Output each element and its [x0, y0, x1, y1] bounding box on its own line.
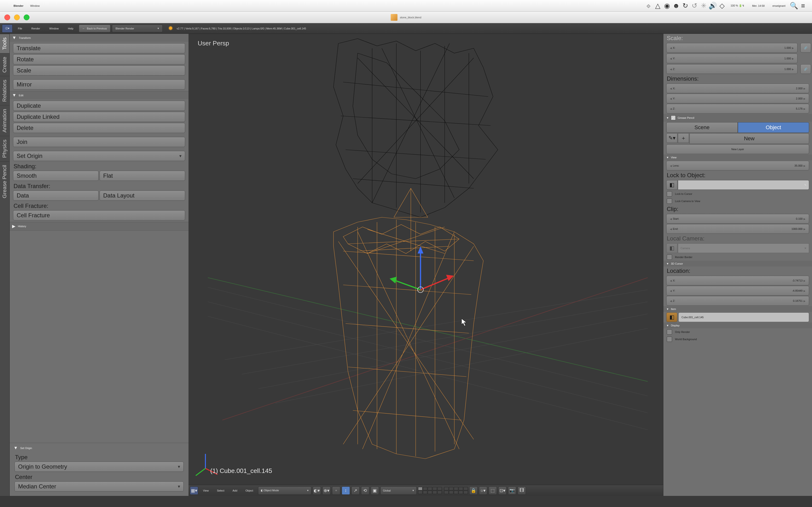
tab-tools[interactable]: Tools — [0, 34, 9, 53]
gp-new-button[interactable]: New — [690, 133, 809, 144]
menu-help[interactable]: Help — [64, 27, 77, 30]
dim-y-field[interactable]: ◂Y:2.000▸ — [666, 94, 809, 103]
data-button[interactable]: Data — [13, 190, 99, 201]
dim-z-field[interactable]: ◂Z:5.176▸ — [666, 104, 809, 113]
gp-scene-tab[interactable]: Scene — [666, 122, 738, 133]
gp-datablock-icon[interactable]: ✎▾ — [666, 133, 677, 143]
layers-widget[interactable] — [418, 487, 468, 494]
editor-type-3dview-icon[interactable]: ▦▾ — [190, 487, 198, 495]
lock-layers-icon[interactable]: 🔒 — [469, 487, 477, 495]
lock-camera-to-view-check[interactable]: Lock Camera to View — [663, 198, 812, 205]
snap-toggle-icon[interactable]: ⬚ — [489, 487, 497, 495]
mode-select[interactable]: ◧ Object Mode▾ — [258, 487, 311, 495]
user-name[interactable]: enseignant — [772, 4, 785, 7]
eyedropper-icon[interactable]: ✎ — [804, 183, 806, 187]
opengl-anim-icon[interactable]: 🎞 — [518, 487, 526, 495]
vh-add-menu[interactable]: Add — [229, 489, 241, 492]
minimize-window-button[interactable] — [14, 14, 20, 20]
menu-file[interactable]: File — [14, 27, 26, 30]
scale-x-field[interactable]: ◂X:1.000▸ — [666, 43, 798, 53]
sync-icon[interactable]: ↻ — [681, 2, 690, 10]
world-background-check[interactable]: World Background — [663, 336, 812, 343]
gp-object-tab[interactable]: Object — [738, 122, 809, 133]
translate-button[interactable]: Translate — [13, 43, 185, 53]
panel-edit-header[interactable]: ▼Edit — [10, 91, 189, 99]
item-name-field[interactable]: Cube.001_cell.145 — [678, 313, 809, 322]
grease-pencil-header[interactable]: ▼✓Grease Pencil — [663, 114, 812, 122]
gdrive-icon[interactable]: △ — [653, 2, 662, 10]
menu-render[interactable]: Render — [28, 27, 44, 30]
cursor-x-field[interactable]: ◂X:-3.74713▸ — [666, 276, 809, 285]
cursor-y-field[interactable]: ◂Y:-4.85449▸ — [666, 286, 809, 295]
op-center-select[interactable]: Median Center — [14, 482, 184, 492]
opengl-render-icon[interactable]: 📷 — [508, 487, 516, 495]
volume-icon[interactable]: 🔊 — [708, 2, 717, 10]
data-layout-button[interactable]: Data Layout — [100, 190, 185, 201]
pivot-point-icon[interactable]: ⊕▾ — [322, 487, 331, 495]
delete-button[interactable]: Delete — [13, 123, 185, 133]
manipulator-rotate-icon[interactable]: ⟲ — [361, 487, 369, 495]
app-icon[interactable]: ☻ — [672, 2, 681, 10]
mirror-button[interactable]: Mirror — [13, 79, 185, 90]
scale-z-field[interactable]: ◂Z:1.000▸ — [666, 64, 798, 74]
clear-icon[interactable]: ✕ — [804, 247, 806, 250]
shade-smooth-button[interactable]: Smooth — [13, 171, 99, 181]
pivot-align-icon[interactable]: ◦ — [332, 487, 340, 495]
only-render-check[interactable]: Only Render — [663, 328, 812, 336]
battery-status[interactable]: 100 % 🔋↯ — [730, 4, 744, 7]
viewport-shading-icon[interactable]: ◐▾ — [313, 487, 321, 495]
menubar-window[interactable]: Window — [30, 4, 40, 7]
vh-view-menu[interactable]: View — [200, 489, 212, 492]
operator-header[interactable]: ▼Set Origin — [10, 444, 189, 452]
scale-lock-icon-2[interactable]: 🔗 — [800, 64, 811, 74]
manipulator-toggle-icon[interactable]: ↕ — [342, 487, 350, 495]
vh-object-menu[interactable]: Object — [242, 489, 257, 492]
set-origin-dropdown[interactable]: Set Origin — [13, 151, 185, 161]
proportional-edit-icon[interactable]: ○▾ — [479, 487, 487, 495]
close-window-button[interactable] — [4, 14, 10, 20]
menu-window[interactable]: Window — [45, 27, 63, 30]
lock-object-field[interactable]: ✎ — [678, 180, 809, 190]
manipulator-translate-icon[interactable]: ↗ — [351, 487, 360, 495]
clip-start-field[interactable]: ◂Start:0.100▸ — [666, 214, 809, 224]
back-to-previous-button[interactable]: ← Back to Previous — [79, 24, 111, 32]
spotlight-icon[interactable]: 🔍 — [789, 2, 799, 10]
bluetooth-icon[interactable]: ✳ — [699, 2, 708, 10]
tab-animation[interactable]: Animation — [0, 105, 9, 136]
tab-create[interactable]: Create — [0, 53, 9, 76]
render-border-check[interactable]: Render Border — [663, 253, 812, 261]
lock-object-cube-icon[interactable]: ◧ — [666, 180, 677, 190]
view-panel-header[interactable]: ▼View — [663, 155, 812, 160]
wifi-icon[interactable]: ◇ — [717, 2, 727, 10]
panel-history-header[interactable]: ▶History — [10, 222, 189, 230]
duplicate-button[interactable]: Duplicate — [13, 101, 185, 111]
tab-relations[interactable]: Relations — [0, 76, 9, 105]
rotate-button[interactable]: Rotate — [13, 54, 185, 64]
scale-button[interactable]: Scale — [13, 65, 185, 75]
panel-transform-header[interactable]: ▼Transform — [10, 34, 189, 42]
scale-lock-icon[interactable]: 🔗 — [800, 43, 811, 53]
cursor-z-field[interactable]: ◂Z:0.18751▸ — [666, 296, 809, 306]
manipulator-scale-icon[interactable]: ▣ — [371, 487, 379, 495]
3d-viewport[interactable]: User Persp — [189, 34, 663, 496]
gp-add-icon[interactable]: ＋ — [678, 133, 689, 143]
lock-to-cursor-check[interactable]: Lock to Cursor — [663, 190, 812, 198]
item-panel-header[interactable]: ▼Item — [663, 306, 812, 312]
tab-physics[interactable]: Physics — [0, 136, 9, 161]
cell-fracture-button[interactable]: Cell Fracture — [13, 210, 185, 220]
menubar-app-name[interactable]: Blender — [13, 4, 23, 7]
clip-end-field[interactable]: ◂End:1000.000▸ — [666, 224, 809, 234]
render-engine-select[interactable]: Blender Render▾ — [112, 24, 163, 32]
orientation-select[interactable]: Global▾ — [380, 487, 417, 495]
join-button[interactable]: Join — [13, 137, 185, 147]
clock[interactable]: Mer. 14:58 — [752, 4, 765, 7]
shade-flat-button[interactable]: Flat — [100, 171, 185, 181]
cursor-panel-header[interactable]: ▼3D Cursor — [663, 261, 812, 267]
tab-grease-pencil[interactable]: Grease Pencil — [0, 161, 9, 202]
dim-x-field[interactable]: ◂X:2.000▸ — [666, 83, 809, 93]
lens-field[interactable]: ◂Lens:35.000▸ — [666, 161, 809, 170]
gp-new-layer-button[interactable]: New Layer — [666, 145, 809, 154]
snap-element-icon[interactable]: ⊡▾ — [498, 487, 507, 495]
display-panel-header[interactable]: ▼Display — [663, 323, 812, 328]
dropbox-icon[interactable]: ⟐ — [644, 2, 653, 10]
